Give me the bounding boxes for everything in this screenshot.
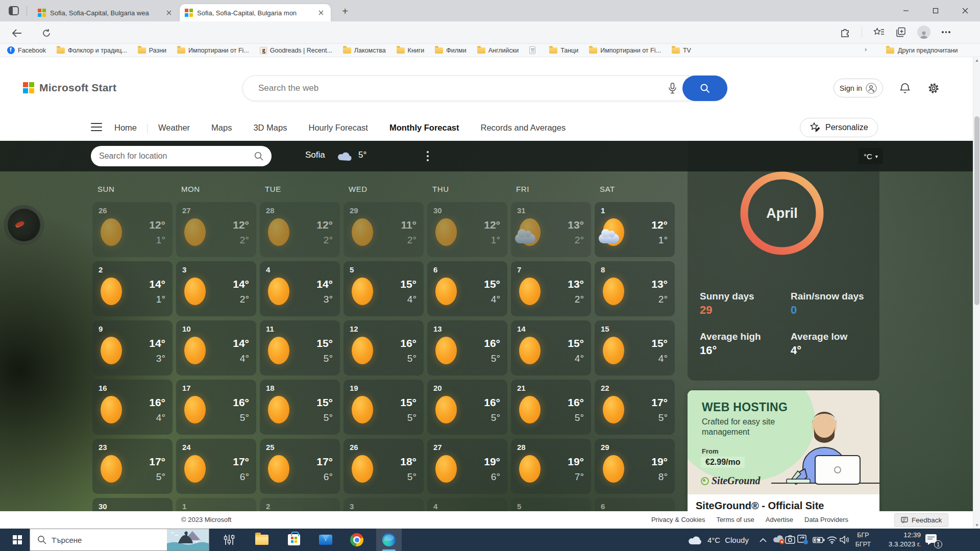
bookmark-item[interactable]: Лакомства	[343, 47, 386, 54]
calendar-day-cell[interactable]: 6	[595, 498, 675, 511]
scroll-down-icon[interactable]: ▼	[973, 523, 980, 528]
tray-device-button[interactable]	[785, 529, 795, 551]
calendar-day-cell[interactable]: 3 14° 2°	[176, 261, 256, 316]
microsoft-start-logo[interactable]: Microsoft Start	[23, 82, 116, 94]
footer-link[interactable]: Privacy & Cookies	[651, 516, 705, 523]
more-options-icon[interactable]	[423, 147, 433, 165]
calendar-day-cell[interactable]: 5	[511, 498, 591, 511]
tab-close-icon[interactable]	[164, 8, 174, 17]
calendar-day-cell[interactable]: 4 14° 3°	[260, 261, 340, 316]
calendar-day-cell[interactable]: 25 17° 6°	[260, 439, 340, 494]
bookmark-item[interactable]: Импортирани от Fi...	[589, 47, 661, 54]
refresh-icon[interactable]	[39, 26, 54, 41]
bookmark-item[interactable]	[529, 46, 538, 54]
nav-item[interactable]: Monthly Forecast	[389, 123, 459, 133]
bookmark-item[interactable]: TV	[672, 47, 691, 54]
file-explorer-button[interactable]	[249, 529, 275, 551]
calendar-day-cell[interactable]: 30	[92, 498, 173, 511]
calendar-day-cell[interactable]: 16 16° 4°	[92, 380, 173, 435]
tab-workspaces-icon[interactable]	[7, 5, 20, 17]
calendar-day-cell[interactable]: 7 13° 2°	[511, 261, 591, 316]
ad-title[interactable]: SiteGround® - Official Site	[688, 494, 879, 511]
nav-item[interactable]: Weather	[158, 123, 190, 133]
calendar-day-cell[interactable]: 27 12° 2°	[176, 202, 256, 257]
bing-daily-image[interactable]	[167, 529, 209, 550]
bookmark-item[interactable]: Разни	[138, 47, 166, 54]
tray-chevron-button[interactable]	[760, 529, 767, 551]
favorites-icon[interactable]	[873, 28, 885, 37]
calendar-day-cell[interactable]: 10 14° 4°	[176, 320, 256, 375]
search-button[interactable]	[682, 76, 727, 101]
calendar-day-cell[interactable]: 28 12° 2°	[260, 202, 340, 257]
calendar-day-cell[interactable]: 18 15° 5°	[260, 380, 340, 435]
scrollbar-thumb[interactable]	[974, 116, 979, 305]
tray-volume-button[interactable]	[840, 529, 850, 551]
calendar-day-cell[interactable]: 21 16° 5°	[511, 380, 591, 435]
calendar-day-cell[interactable]: 2 14° 1°	[92, 261, 173, 316]
personalize-button[interactable]: Personalize	[800, 118, 878, 137]
calendar-day-cell[interactable]: 6 15° 4°	[427, 261, 507, 316]
tray-onedrive-button[interactable]	[772, 529, 786, 551]
calendar-day-cell[interactable]: 3	[344, 498, 424, 511]
calendar-day-cell[interactable]: 13 16° 5°	[427, 320, 507, 375]
taskbar-search-input[interactable]: Търсене	[30, 529, 209, 551]
calendar-day-cell[interactable]: 24 17° 6°	[176, 439, 256, 494]
tray-battery-button[interactable]	[813, 529, 825, 551]
calendar-day-cell[interactable]: 17 16° 5°	[176, 380, 256, 435]
calendar-day-cell[interactable]: 30 12° 1°	[427, 202, 507, 257]
calendar-day-cell[interactable]: 27 19° 6°	[427, 439, 507, 494]
calendar-day-cell[interactable]: 9 14° 3°	[92, 320, 173, 375]
tray-update-button[interactable]	[797, 529, 808, 551]
browser-tab-active[interactable]: Sofia, Sofia-Capital, Bulgaria mon	[180, 4, 331, 21]
unit-selector[interactable]: °C ▾	[859, 148, 883, 164]
bookmark-item[interactable]: Goodreads | Recent...	[260, 47, 332, 54]
bookmarks-overflow-icon[interactable]: ›	[865, 45, 867, 53]
notification-center-button[interactable]: 1	[925, 533, 940, 546]
other-favorites[interactable]: Други предпочитани	[886, 44, 958, 57]
calendar-day-cell[interactable]: 26 12° 1°	[92, 202, 173, 257]
calendar-day-cell[interactable]: 19 15° 5°	[344, 380, 424, 435]
calendar-day-cell[interactable]: 8 13° 2°	[595, 261, 675, 316]
nav-item[interactable]: Maps	[211, 123, 232, 133]
calendar-day-cell[interactable]: 5 15° 4°	[344, 261, 424, 316]
taskbar-weather[interactable]: 4°C Cloudy	[688, 529, 749, 551]
web-search-input[interactable]: Search the web	[242, 76, 727, 101]
window-minimize-button[interactable]	[891, 0, 921, 21]
bookmark-item[interactable]: Книги	[397, 47, 425, 54]
edge-button[interactable]	[376, 529, 402, 551]
taskbar-clock[interactable]: 12:39 3.3.2023 г.	[877, 531, 921, 549]
footer-link[interactable]: Advertise	[766, 516, 793, 523]
calendar-day-cell[interactable]: 14 15° 4°	[511, 320, 591, 375]
location-name[interactable]: Sofia	[305, 150, 325, 160]
tray-wifi-button[interactable]	[827, 529, 837, 551]
bookmark-item[interactable]: Филми	[435, 47, 466, 54]
microsoft-store-button[interactable]	[281, 529, 307, 551]
language-indicator[interactable]: БГР БГРТ	[851, 531, 875, 549]
calendar-day-cell[interactable]: 12 16° 5°	[344, 320, 424, 375]
calendar-day-cell[interactable]: 20 16° 5°	[427, 380, 507, 435]
tab-close-icon[interactable]	[316, 8, 326, 17]
footer-link[interactable]: Data Providers	[804, 516, 848, 523]
calendar-day-cell[interactable]: 11 15° 5°	[260, 320, 340, 375]
calendar-day-cell[interactable]: 28 19° 7°	[511, 439, 591, 494]
calendar-day-cell[interactable]: 23 17° 5°	[92, 439, 173, 494]
nav-item[interactable]: Home	[114, 123, 137, 133]
nav-item[interactable]: 3D Maps	[253, 123, 287, 133]
calendar-day-cell[interactable]: 22 17° 5°	[595, 380, 675, 435]
ad-card[interactable]: WEB HOSTING Crafted for easy site manage…	[688, 390, 879, 511]
nav-item[interactable]: Hourly Forecast	[308, 123, 368, 133]
bookmark-item[interactable]: Фолклор и традиц...	[57, 47, 127, 54]
calendar-day-cell[interactable]: 4	[427, 498, 507, 511]
chrome-button[interactable]	[344, 529, 370, 551]
bookmark-item[interactable]: Facebook	[7, 46, 46, 54]
notifications-bell-icon[interactable]	[898, 82, 912, 95]
calendar-day-cell[interactable]: 26 18° 5°	[344, 439, 424, 494]
scroll-up-icon[interactable]: ▲	[973, 58, 980, 63]
calendar-day-cell[interactable]: 29 11° 2°	[344, 202, 424, 257]
calendar-day-cell[interactable]: 1	[176, 498, 256, 511]
extensions-icon[interactable]	[840, 27, 850, 37]
footer-link[interactable]: Terms of use	[716, 516, 754, 523]
start-button[interactable]	[6, 529, 29, 551]
calendar-day-cell[interactable]: 1 12° 1°	[595, 202, 675, 257]
browser-menu-icon[interactable]	[942, 31, 950, 33]
